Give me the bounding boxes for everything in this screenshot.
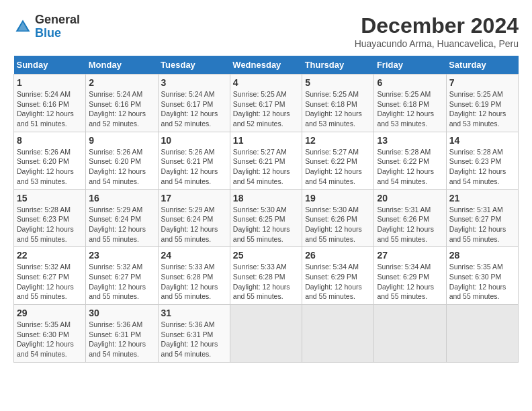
calendar-cell: 21 Sunrise: 5:31 AM Sunset: 6:27 PM Dayl…: [446, 189, 518, 247]
calendar-week-2: 8 Sunrise: 5:26 AM Sunset: 6:20 PM Dayli…: [14, 132, 519, 189]
calendar-cell: [446, 305, 518, 363]
day-number: 9: [89, 135, 154, 146]
calendar-cell: 8 Sunrise: 5:26 AM Sunset: 6:20 PM Dayli…: [14, 132, 86, 189]
day-info: Sunrise: 5:30 AM Sunset: 6:25 PM Dayligh…: [233, 205, 299, 244]
calendar-header-saturday: Saturday: [446, 56, 518, 75]
day-info: Sunrise: 5:36 AM Sunset: 6:31 PM Dayligh…: [89, 320, 154, 359]
calendar-cell: 26 Sunrise: 5:34 AM Sunset: 6:29 PM Dayl…: [302, 247, 374, 305]
day-info: Sunrise: 5:26 AM Sunset: 6:20 PM Dayligh…: [17, 147, 83, 187]
day-info: Sunrise: 5:24 AM Sunset: 6:16 PM Dayligh…: [89, 89, 154, 129]
calendar-cell: 1 Sunrise: 5:24 AM Sunset: 6:16 PM Dayli…: [14, 75, 86, 132]
day-info: Sunrise: 5:32 AM Sunset: 6:27 PM Dayligh…: [17, 262, 83, 302]
day-number: 27: [377, 250, 443, 261]
day-number: 7: [449, 77, 515, 88]
day-number: 4: [233, 77, 299, 88]
day-info: Sunrise: 5:28 AM Sunset: 6:23 PM Dayligh…: [449, 147, 515, 187]
calendar-cell: 17 Sunrise: 5:29 AM Sunset: 6:24 PM Dayl…: [158, 189, 230, 247]
calendar-week-1: 1 Sunrise: 5:24 AM Sunset: 6:16 PM Dayli…: [14, 75, 519, 132]
calendar-cell: 23 Sunrise: 5:32 AM Sunset: 6:27 PM Dayl…: [86, 247, 158, 305]
day-info: Sunrise: 5:31 AM Sunset: 6:27 PM Dayligh…: [449, 205, 515, 244]
day-info: Sunrise: 5:25 AM Sunset: 6:19 PM Dayligh…: [449, 89, 515, 129]
logo-general: General: [35, 13, 80, 26]
day-number: 18: [233, 193, 299, 203]
day-number: 30: [89, 308, 154, 318]
day-number: 19: [305, 193, 371, 203]
day-number: 26: [305, 250, 371, 261]
day-info: Sunrise: 5:25 AM Sunset: 6:18 PM Dayligh…: [377, 89, 443, 129]
day-info: Sunrise: 5:25 AM Sunset: 6:17 PM Dayligh…: [233, 89, 299, 129]
day-number: 13: [377, 135, 443, 146]
day-info: Sunrise: 5:35 AM Sunset: 6:30 PM Dayligh…: [17, 320, 83, 359]
calendar-cell: [230, 305, 302, 363]
calendar-cell: 19 Sunrise: 5:30 AM Sunset: 6:26 PM Dayl…: [302, 189, 374, 247]
day-number: 24: [161, 250, 227, 261]
calendar-cell: 3 Sunrise: 5:24 AM Sunset: 6:17 PM Dayli…: [158, 75, 230, 132]
day-info: Sunrise: 5:35 AM Sunset: 6:30 PM Dayligh…: [449, 262, 515, 302]
calendar-cell: 13 Sunrise: 5:28 AM Sunset: 6:22 PM Dayl…: [374, 132, 446, 189]
day-number: 23: [89, 250, 154, 261]
calendar-cell: 18 Sunrise: 5:30 AM Sunset: 6:25 PM Dayl…: [230, 189, 302, 247]
calendar-header-wednesday: Wednesday: [230, 56, 302, 75]
calendar-cell: 7 Sunrise: 5:25 AM Sunset: 6:19 PM Dayli…: [446, 75, 518, 132]
calendar-cell: 20 Sunrise: 5:31 AM Sunset: 6:26 PM Dayl…: [374, 189, 446, 247]
calendar-body: 1 Sunrise: 5:24 AM Sunset: 6:16 PM Dayli…: [14, 75, 519, 363]
day-number: 25: [233, 250, 299, 261]
day-info: Sunrise: 5:31 AM Sunset: 6:26 PM Dayligh…: [377, 205, 443, 244]
day-info: Sunrise: 5:24 AM Sunset: 6:16 PM Dayligh…: [17, 89, 83, 129]
day-number: 20: [377, 193, 443, 203]
day-info: Sunrise: 5:33 AM Sunset: 6:28 PM Dayligh…: [233, 262, 299, 302]
day-info: Sunrise: 5:26 AM Sunset: 6:21 PM Dayligh…: [161, 147, 227, 187]
day-info: Sunrise: 5:32 AM Sunset: 6:27 PM Dayligh…: [89, 262, 154, 302]
calendar-cell: 14 Sunrise: 5:28 AM Sunset: 6:23 PM Dayl…: [446, 132, 518, 189]
day-info: Sunrise: 5:27 AM Sunset: 6:21 PM Dayligh…: [233, 147, 299, 187]
day-number: 5: [305, 77, 371, 88]
day-number: 17: [161, 193, 227, 203]
day-info: Sunrise: 5:28 AM Sunset: 6:23 PM Dayligh…: [17, 205, 83, 244]
calendar-week-5: 29 Sunrise: 5:35 AM Sunset: 6:30 PM Dayl…: [14, 305, 519, 363]
day-number: 11: [233, 135, 299, 146]
day-number: 12: [305, 135, 371, 146]
day-info: Sunrise: 5:29 AM Sunset: 6:24 PM Dayligh…: [89, 205, 154, 244]
day-info: Sunrise: 5:28 AM Sunset: 6:22 PM Dayligh…: [377, 147, 443, 187]
calendar-cell: 24 Sunrise: 5:33 AM Sunset: 6:28 PM Dayl…: [158, 247, 230, 305]
calendar-cell: 5 Sunrise: 5:25 AM Sunset: 6:18 PM Dayli…: [302, 75, 374, 132]
calendar-cell: 16 Sunrise: 5:29 AM Sunset: 6:24 PM Dayl…: [86, 189, 158, 247]
calendar-week-4: 22 Sunrise: 5:32 AM Sunset: 6:27 PM Dayl…: [14, 247, 519, 305]
calendar-cell: 9 Sunrise: 5:26 AM Sunset: 6:20 PM Dayli…: [86, 132, 158, 189]
calendar-cell: 15 Sunrise: 5:28 AM Sunset: 6:23 PM Dayl…: [14, 189, 86, 247]
calendar-header-tuesday: Tuesday: [158, 56, 230, 75]
calendar-cell: 30 Sunrise: 5:36 AM Sunset: 6:31 PM Dayl…: [86, 305, 158, 363]
logo-blue: Blue: [35, 26, 61, 40]
calendar-cell: 31 Sunrise: 5:36 AM Sunset: 6:31 PM Dayl…: [158, 305, 230, 363]
day-number: 14: [449, 135, 515, 146]
calendar-cell: 4 Sunrise: 5:25 AM Sunset: 6:17 PM Dayli…: [230, 75, 302, 132]
calendar-header-row: SundayMondayTuesdayWednesdayThursdayFrid…: [14, 56, 519, 75]
day-number: 31: [161, 308, 227, 318]
calendar-header-thursday: Thursday: [302, 56, 374, 75]
calendar-header-sunday: Sunday: [14, 56, 86, 75]
calendar-week-3: 15 Sunrise: 5:28 AM Sunset: 6:23 PM Dayl…: [14, 189, 519, 247]
logo: General Blue: [13, 13, 80, 40]
calendar-cell: [302, 305, 374, 363]
calendar-cell: [374, 305, 446, 363]
calendar-cell: 12 Sunrise: 5:27 AM Sunset: 6:22 PM Dayl…: [302, 132, 374, 189]
day-info: Sunrise: 5:33 AM Sunset: 6:28 PM Dayligh…: [161, 262, 227, 302]
day-number: 22: [17, 250, 83, 261]
day-number: 15: [17, 193, 83, 203]
day-info: Sunrise: 5:27 AM Sunset: 6:22 PM Dayligh…: [305, 147, 371, 187]
calendar-cell: 27 Sunrise: 5:34 AM Sunset: 6:29 PM Dayl…: [374, 247, 446, 305]
calendar-cell: 11 Sunrise: 5:27 AM Sunset: 6:21 PM Dayl…: [230, 132, 302, 189]
day-number: 1: [17, 77, 83, 88]
page-header: General Blue December 2024 Huayacundo Ar…: [13, 13, 519, 49]
calendar-cell: 6 Sunrise: 5:25 AM Sunset: 6:18 PM Dayli…: [374, 75, 446, 132]
day-number: 3: [161, 77, 227, 88]
day-number: 6: [377, 77, 443, 88]
day-info: Sunrise: 5:34 AM Sunset: 6:29 PM Dayligh…: [305, 262, 371, 302]
day-info: Sunrise: 5:34 AM Sunset: 6:29 PM Dayligh…: [377, 262, 443, 302]
day-number: 10: [161, 135, 227, 146]
calendar-cell: 2 Sunrise: 5:24 AM Sunset: 6:16 PM Dayli…: [86, 75, 158, 132]
month-title: December 2024: [355, 13, 519, 38]
calendar: SundayMondayTuesdayWednesdayThursdayFrid…: [13, 56, 519, 363]
calendar-cell: 28 Sunrise: 5:35 AM Sunset: 6:30 PM Dayl…: [446, 247, 518, 305]
day-info: Sunrise: 5:29 AM Sunset: 6:24 PM Dayligh…: [161, 205, 227, 244]
